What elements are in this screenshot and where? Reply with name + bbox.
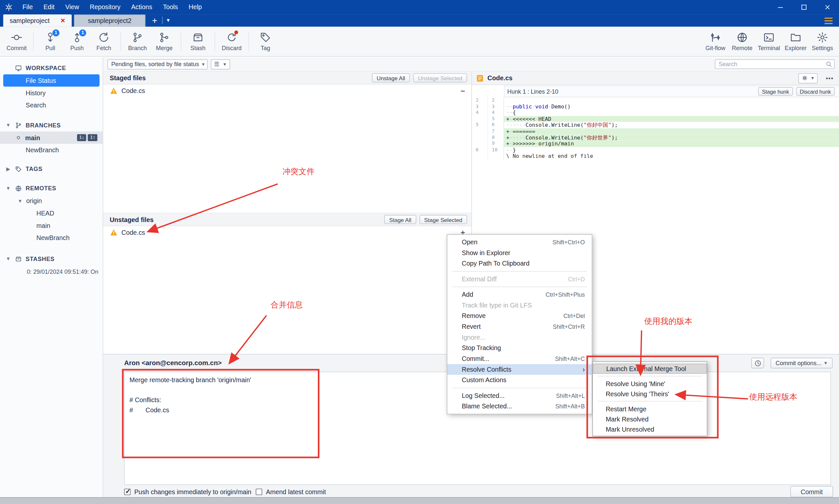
sidebar-item-head[interactable]: HEAD [0,207,103,219]
toolbar-tag-button[interactable]: Tag [252,28,279,55]
menu-item-open[interactable]: OpenShift+Ctrl+O [447,237,592,248]
menu-shortcut: Ctrl+D [568,276,585,282]
toolbar-remote-button[interactable]: Remote [729,28,756,55]
toolbar-separator [181,32,181,51]
tab-list-caret-icon[interactable]: ▼ [166,18,171,23]
repo-tab-sampleproject2[interactable]: sampleproject2 [74,14,145,27]
line-number-new: 6 [488,122,504,128]
sidebar-item-main[interactable]: main1↓1↑ [0,132,103,144]
repo-tab-sampleproject[interactable]: sampleproject✕ [3,14,72,27]
code-text: +·======= [504,128,839,134]
diff-line: \ No newline at end of file [472,153,839,159]
search-input[interactable] [719,61,826,68]
toolbar-fetch-button[interactable]: Fetch [90,28,117,55]
sidebar-item-newbranch[interactable]: NewBranch [0,144,103,156]
checkbox-push-changes-immediately-to-origin-main[interactable]: Push changes immediately to origin/main [124,486,251,498]
menu-item-remove[interactable]: RemoveCtrl+Del [447,311,592,322]
sidebar-item-search[interactable]: Search [0,99,103,111]
toolbar-discard-button[interactable]: Discard [218,28,245,55]
sidebar-item-file-status[interactable]: File Status [3,74,100,87]
menu-item-revert[interactable]: RevertShift+Ctrl+R [447,321,592,332]
diff-settings-button[interactable]: ▼ [799,73,818,83]
unstage-all-button[interactable]: Unstage All [372,73,410,83]
more-options-button[interactable]: ••• [826,75,834,82]
new-tab-button[interactable]: + [152,16,157,25]
code-text: ······Console.WriteLine("你好中国"); [504,122,839,128]
menu-shortcut: Shift+Ctrl+O [553,239,585,246]
menu-item-commit[interactable]: Commit...Shift+Alt+C [447,353,592,364]
sidebar-section-branches[interactable]: ▼BRANCHES [0,119,103,131]
hamburger-menu-icon[interactable] [825,17,833,24]
menu-item-label: Blame Selected... [462,402,512,410]
stage-all-button[interactable]: Stage All [384,215,416,224]
sidebar-item-origin[interactable]: ▼origin [0,195,103,207]
tab-close-icon[interactable]: ✕ [60,17,65,24]
menu-item-custom-actions[interactable]: Custom Actions [447,375,592,385]
toolbar-pull-button[interactable]: 1Pull [37,28,64,55]
unstaged-file-row[interactable]: Code.cs+ [103,226,471,239]
commit-history-button[interactable] [751,358,764,368]
menu-item-stop-tracking[interactable]: Stop Tracking [447,343,592,354]
diff-line: 56······Console.WriteLine("你好中国"); [472,122,839,128]
unstage-file-icon[interactable]: − [460,87,465,95]
checkbox-label: Amend latest commit [266,488,326,496]
view-options-button[interactable]: ☰ ▼ [211,59,230,69]
menu-item-resolve-using-theirs[interactable]: Resolve Using 'Theirs' [593,389,707,399]
sidebar-section-workspace[interactable]: WORKSPACE [0,61,103,74]
toolbar-merge-button[interactable]: Merge [151,28,178,55]
menu-item-blame-selected[interactable]: Blame Selected...Shift+Alt+B [447,401,592,412]
pending-files-sort-dropdown[interactable]: Pending files, sorted by file status ▼ [107,59,207,69]
line-number-new: 8 [488,134,504,141]
item-label: NewBranch [25,146,59,154]
menu-item-resolve-using-mine[interactable]: Resolve Using 'Mine' [593,379,707,389]
stage-hunk-button[interactable]: Stage hunk [758,87,793,96]
toolbar-commit-button[interactable]: Commit [3,28,30,55]
menu-item-show-in-explorer[interactable]: Show in Explorer [447,248,592,258]
commit-options-button[interactable]: Commit options... ▼ [771,358,833,368]
sidebar-section-tags[interactable]: ▶TAGS [0,162,103,175]
checkbox-checked[interactable] [124,489,131,495]
menu-item-restart-merge[interactable]: Restart Merge [593,404,707,414]
menu-item-mark-unresolved[interactable]: Mark Unresolved [593,424,707,434]
menu-item-mark-resolved[interactable]: Mark Resolved [593,414,707,424]
toolbar-git-flow-button[interactable]: Git-flow [702,28,729,55]
close-button[interactable] [816,0,839,14]
menu-item-launch-external-merge-tool[interactable]: Launch External Merge Tool [593,363,707,374]
menu-item-copy-path-to-clipboard[interactable]: Copy Path To Clipboard [447,258,592,269]
menu-item-add[interactable]: AddCtrl+Shift+Plus [447,289,592,300]
menu-file[interactable]: File [17,0,38,14]
menu-view[interactable]: View [60,0,85,14]
toolbar-settings-button[interactable]: Settings [809,28,836,55]
diff-line: 9+·>>>>>>>·origin/main [472,141,839,147]
sidebar-item-0-29-01-2024-09-51-49-on[interactable]: 0: 29/01/2024 09:51:49: On [0,265,103,278]
toolbar-branch-button[interactable]: Branch [124,28,151,55]
toolbar-stash-button[interactable]: Stash [185,28,211,55]
discard-hunk-button[interactable]: Discard hunk [796,87,835,96]
menu-actions[interactable]: Actions [126,0,158,14]
menu-item-resolve-conflicts[interactable]: Resolve Conflicts› [447,364,592,375]
checkbox-unchecked[interactable] [256,489,262,495]
menu-help[interactable]: Help [183,0,207,14]
toolbar-push-button[interactable]: 1Push [64,28,90,55]
sidebar-item-newbranch[interactable]: NewBranch [0,232,103,244]
menu-item-log-selected[interactable]: Log Selected...Shift+Alt+L [447,390,592,401]
minimize-button[interactable] [768,0,792,14]
stage-selected-button[interactable]: Stage Selected [419,215,467,224]
diff-lines: 2233··public·void·Demo()44··{5+·<<<<<<<·… [472,97,839,159]
sidebar-item-main[interactable]: main [0,219,103,232]
menu-edit[interactable]: Edit [38,0,60,14]
staged-file-row[interactable]: Code.cs− [103,85,471,97]
toolbar-explorer-button[interactable]: Explorer [782,28,809,55]
menu-tools[interactable]: Tools [158,0,183,14]
commit-button[interactable]: Commit [790,486,833,497]
maximize-button[interactable] [792,0,816,14]
item-label: origin [26,197,42,205]
checkbox-amend-latest-commit[interactable]: Amend latest commit [256,486,326,498]
toolbar-terminal-button[interactable]: Terminal [755,28,782,55]
sidebar-section-stashes[interactable]: ▼STASHES [0,252,103,265]
sidebar-section-remotes[interactable]: ▼REMOTES [0,182,103,195]
sidebar-item-history[interactable]: History [0,87,103,99]
menu-repository[interactable]: Repository [85,0,126,14]
line-number-old: 5 [472,122,488,128]
menu-shortcut: Shift+Alt+L [556,392,585,399]
